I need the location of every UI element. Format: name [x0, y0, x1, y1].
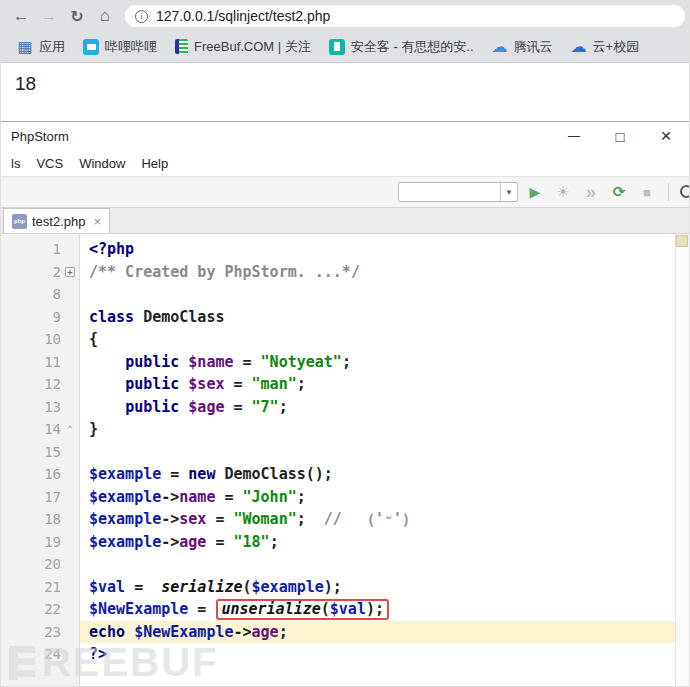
code-line[interactable]: 8	[1, 283, 689, 306]
code-token: =	[125, 578, 161, 596]
refresh-icon[interactable]	[65, 4, 89, 28]
search-icon[interactable]	[679, 184, 690, 200]
close-icon[interactable]	[643, 122, 689, 150]
editor-gutter[interactable]: 19	[1, 531, 79, 554]
code-line[interactable]: 21$val = serialize($example);	[1, 576, 689, 599]
menu-vcs[interactable]: VCS	[28, 153, 71, 174]
ide-toolbar	[1, 176, 689, 208]
code-line[interactable]: 13 public $age = "7";	[1, 396, 689, 419]
code-line[interactable]: 1<?php	[1, 238, 689, 261]
line-number: 2	[53, 261, 61, 284]
code-line[interactable]: 15	[1, 441, 689, 464]
code-line[interactable]: 2+/** Created by PhpStorm. ...*/	[1, 261, 689, 284]
back-icon[interactable]	[9, 4, 33, 28]
editor-gutter[interactable]: 24	[1, 643, 79, 666]
code-text: }	[79, 418, 98, 441]
menu-help[interactable]: Help	[133, 153, 176, 174]
code-token	[179, 398, 188, 416]
code-token: ;	[297, 375, 306, 393]
code-line[interactable]: 10{	[1, 328, 689, 351]
bookmark-cloud-campus[interactable]: 云+校园	[563, 35, 648, 59]
editor-gutter[interactable]: 22	[1, 598, 79, 621]
line-number: 21	[44, 576, 61, 599]
menu-tools[interactable]: ls	[3, 153, 28, 174]
editor-gutter[interactable]: 21	[1, 576, 79, 599]
stop-icon[interactable]	[636, 181, 658, 203]
bookmark-label: 安全客 - 有思想的安..	[351, 38, 474, 56]
code-token: =	[206, 510, 233, 528]
php-file-icon	[12, 214, 27, 229]
code-line[interactable]: 20	[1, 553, 689, 576]
bookmark-apps[interactable]: 应用	[9, 35, 73, 59]
bookmark-label: FreeBuf.COM | 关注	[194, 38, 311, 56]
editor-gutter[interactable]: 17	[1, 486, 79, 509]
chevron-down-icon[interactable]	[500, 183, 517, 201]
rerun-icon[interactable]	[608, 181, 630, 203]
code-token: age	[252, 623, 279, 641]
menu-window[interactable]: Window	[71, 153, 133, 174]
run-configuration-select[interactable]	[398, 182, 518, 202]
code-token: =	[206, 533, 233, 551]
bookmark-tencent-cloud[interactable]: 腾讯云	[484, 35, 561, 59]
editor-gutter[interactable]: 14⌃	[1, 418, 79, 441]
line-number: 1	[53, 238, 61, 261]
maximize-icon[interactable]	[597, 122, 643, 150]
bookmark-freebuf[interactable]: FreeBuf.COM | 关注	[167, 35, 319, 59]
editor-gutter[interactable]: 8	[1, 283, 79, 306]
code-token: $name	[188, 353, 233, 371]
home-icon[interactable]	[93, 4, 117, 28]
code-line[interactable]: 14⌃}	[1, 418, 689, 441]
fold-icon[interactable]: +	[65, 267, 75, 277]
code-line[interactable]: 9class DemoClass	[1, 306, 689, 329]
editor-scrollbar[interactable]	[675, 234, 689, 687]
bookmark-anquanke[interactable]: 安全客 - 有思想的安..	[321, 35, 482, 59]
editor-gutter[interactable]: 23	[1, 621, 79, 644]
editor-gutter[interactable]: 15	[1, 441, 79, 464]
tab-close-icon[interactable]	[94, 214, 102, 229]
code-line[interactable]: 12 public $sex = "man";	[1, 373, 689, 396]
editor-gutter[interactable]: 20	[1, 553, 79, 576]
forward-icon[interactable]	[37, 4, 61, 28]
skip-icon[interactable]	[580, 181, 602, 203]
bookmark-bilibili[interactable]: 哔哩哔哩	[75, 35, 165, 59]
inspections-marker[interactable]	[676, 235, 688, 247]
line-number: 12	[44, 373, 61, 396]
coverage-icon[interactable]	[552, 181, 574, 203]
code-token: public	[125, 375, 179, 393]
url-text[interactable]: 127.0.0.1/sqlinject/test2.php	[156, 8, 330, 24]
editor-gutter[interactable]: 18	[1, 508, 79, 531]
code-token: /** Created by PhpStorm. ...*/	[89, 263, 360, 281]
code-token: "man"	[252, 375, 297, 393]
run-icon[interactable]	[524, 181, 546, 203]
editor-gutter[interactable]: 11	[1, 351, 79, 374]
fold-icon[interactable]: ⌃	[61, 424, 79, 434]
code-line[interactable]: 24?>	[1, 643, 689, 666]
code-token: age	[179, 533, 206, 551]
code-line[interactable]: 22$NewExample = unserialize($val);	[1, 598, 689, 621]
editor-gutter[interactable]: 16	[1, 463, 79, 486]
editor-gutter[interactable]: 13	[1, 396, 79, 419]
code-token	[89, 353, 125, 371]
code-line[interactable]: 18$example->sex = "Woman"; // （'ᵕ'）	[1, 508, 689, 531]
code-text: public $name = "Notyeat";	[79, 351, 351, 374]
code-token: ->	[234, 623, 252, 641]
code-line[interactable]: 17$example->name = "John";	[1, 486, 689, 509]
editor-gutter[interactable]: 9	[1, 306, 79, 329]
address-bar[interactable]: 127.0.0.1/sqlinject/test2.php	[125, 5, 685, 27]
code-line[interactable]: 16$example = new DemoClass();	[1, 463, 689, 486]
editor-gutter[interactable]: 2+	[1, 261, 79, 284]
page-info-icon[interactable]	[135, 10, 148, 23]
code-token: "7"	[252, 398, 279, 416]
code-line[interactable]: 19$example->age = "18";	[1, 531, 689, 554]
code-token: $val	[89, 578, 125, 596]
code-text	[79, 283, 89, 306]
editor-gutter[interactable]: 10	[1, 328, 79, 351]
minimize-icon[interactable]	[551, 122, 597, 150]
code-line[interactable]: 23echo $NewExample->age;	[1, 621, 689, 644]
tab-test2-php[interactable]: test2.php	[3, 208, 110, 233]
ide-titlebar[interactable]: PhpStorm	[1, 122, 689, 150]
editor-gutter[interactable]: 12	[1, 373, 79, 396]
editor-gutter[interactable]: 1	[1, 238, 79, 261]
code-line[interactable]: 11 public $name = "Notyeat";	[1, 351, 689, 374]
code-editor[interactable]: REEBUF 1<?php2+/** Created by PhpStorm. …	[1, 234, 689, 687]
